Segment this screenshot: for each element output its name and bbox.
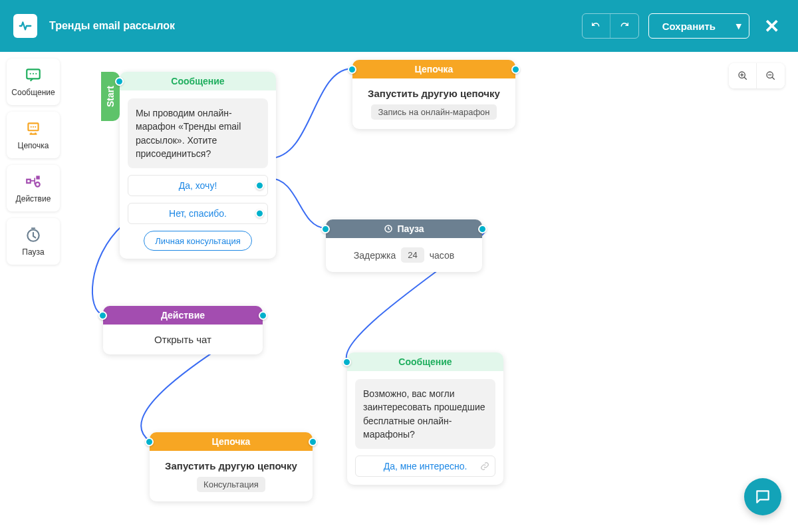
node-message-2[interactable]: Сообщение Возможно, вас могли заинтересо… (347, 352, 503, 485)
port-out[interactable] (255, 182, 264, 190)
chat-fab[interactable] (744, 478, 781, 515)
port-in[interactable] (321, 225, 330, 233)
message-text: Мы проводим онлайн-марафон «Тренды email… (128, 98, 268, 168)
node-subtitle: Запустить другую цепочку (362, 88, 506, 99)
page-title: Тренды email рассылок (49, 20, 175, 32)
reply-button[interactable]: Да, мне интересно. (355, 456, 495, 477)
flow-canvas[interactable]: Start Сообщение Мы проводим онлайн-мараф… (0, 52, 798, 532)
port-in[interactable] (145, 438, 154, 446)
save-button[interactable]: Сохранить (649, 14, 729, 38)
port-in[interactable] (98, 311, 107, 320)
node-pause[interactable]: Пауза Задержка 24 часов (326, 219, 482, 272)
node-subtitle: Запустить другую цепочку (159, 460, 303, 471)
port-out[interactable] (478, 225, 487, 233)
save-group: Сохранить ▾ (648, 13, 749, 39)
node-header: Цепочка (352, 60, 515, 78)
reply-button-2[interactable]: Нет, спасибо. (128, 203, 268, 224)
undo-button[interactable] (583, 14, 610, 38)
port-in[interactable] (115, 77, 124, 86)
port-out[interactable] (255, 209, 264, 218)
reply-button-1[interactable]: Да, хочу! (128, 175, 268, 196)
save-dropdown[interactable]: ▾ (729, 14, 749, 38)
pause-prefix: Задержка (354, 250, 396, 261)
node-chain-2[interactable]: Цепочка Запустить другую цепочку Консуль… (150, 432, 313, 501)
message-text: Возможно, вас могли заинтересовать проше… (355, 379, 495, 449)
pause-suffix: часов (430, 250, 454, 261)
node-header: Сообщение (347, 352, 503, 371)
port-out[interactable] (259, 311, 267, 320)
node-message-start[interactable]: Start Сообщение Мы проводим онлайн-мараф… (120, 72, 276, 259)
chain-tag: Запись на онлайн-марафон (371, 104, 496, 120)
action-title: Открыть чат (112, 334, 253, 345)
app-logo (13, 14, 37, 38)
node-chain-1[interactable]: Цепочка Запустить другую цепочку Запись … (352, 60, 515, 129)
chat-icon (754, 488, 771, 505)
clock-icon (384, 224, 393, 233)
port-in[interactable] (342, 358, 351, 366)
node-header: Действие (103, 306, 263, 325)
node-header: Пауза (326, 219, 482, 238)
port-in[interactable] (348, 65, 356, 74)
redo-button[interactable] (610, 14, 638, 38)
port-out[interactable] (511, 65, 520, 74)
link-icon (480, 462, 489, 471)
node-header: Сообщение (120, 72, 276, 90)
pause-value: 24 (401, 247, 424, 263)
app-header: Тренды email рассылок Сохранить ▾ ✕ (0, 0, 798, 52)
close-button[interactable]: ✕ (759, 15, 785, 37)
port-out[interactable] (309, 438, 317, 446)
undo-redo-group (582, 13, 639, 39)
consultation-pill[interactable]: Личная консультация (144, 231, 252, 251)
node-action[interactable]: Действие Открыть чат (103, 306, 263, 354)
chain-tag: Консультация (197, 477, 265, 492)
node-header: Цепочка (150, 432, 313, 451)
